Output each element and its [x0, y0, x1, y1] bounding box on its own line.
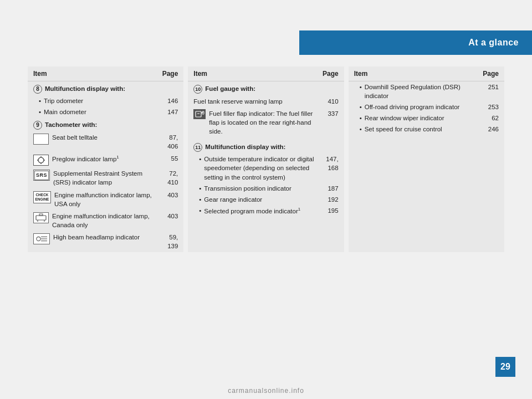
list-item: • Trip odometer 146	[28, 95, 183, 106]
page-title: At a glance	[468, 38, 519, 48]
item-text: Engine malfunction indicator lamp, Canad…	[52, 212, 155, 229]
bullet-icon: •	[199, 195, 201, 204]
page-num: 146	[158, 96, 178, 105]
table-row: Fuel tank reserve warning lamp 410	[188, 95, 344, 108]
item-text: Seat belt telltale	[52, 133, 155, 142]
highbeam-icon	[33, 233, 50, 244]
bullet-icon: •	[360, 114, 362, 122]
bullet-icon: •	[360, 103, 362, 111]
item-text: Rear window wiper indicator	[365, 114, 479, 122]
item-text: Off-road driving program indicator	[365, 103, 479, 111]
bullet-icon: •	[39, 96, 41, 105]
svg-rect-16	[196, 111, 201, 117]
item-number-9: 9	[33, 121, 42, 130]
content-area: Item Page 8 Multifunction display with: …	[28, 66, 504, 252]
item-text: Engine malfunction indicator lamp, USA o…	[54, 191, 155, 208]
list-item: Seat belt telltale 87,406	[28, 131, 183, 152]
list-item: SRS Supplemental Restraint System (SRS) …	[28, 167, 183, 188]
bullet-icon: •	[360, 83, 362, 91]
item-text: Gear range indicator	[204, 195, 318, 204]
list-item: • Off-road driving program indicator 253	[349, 101, 504, 112]
panel-3: Item Page • Downhill Speed Regulation (D…	[349, 66, 504, 252]
page-num: 192	[319, 195, 339, 204]
item-label: Multifunction display with:	[205, 142, 285, 151]
panel2-page-col: Page	[323, 70, 339, 78]
page-num: 251	[479, 83, 499, 91]
preglow-icon	[33, 155, 49, 166]
engine-canada-icon	[33, 212, 49, 223]
page-number: 29	[500, 362, 510, 372]
item-text: Downhill Speed Regulation (DSR) indicato…	[365, 83, 479, 100]
list-item: Fuel filler flap indicator: The fuel fil…	[188, 108, 344, 137]
list-item: CHECKENGINE Engine malfunction indicator…	[28, 189, 183, 210]
item-text: Fuel tank reserve warning lamp	[193, 97, 282, 106]
item-label: Fuel gauge with:	[205, 84, 255, 93]
bullet-icon: •	[199, 184, 201, 193]
list-item: • Main odometer 147	[28, 106, 183, 117]
item-text: Trip odometer	[44, 96, 158, 105]
item-text: Outside temperature indicator or digital…	[204, 155, 318, 181]
list-item: Engine malfunction indicator lamp, Canad…	[28, 210, 183, 231]
panel2-header: Item Page	[188, 66, 344, 81]
page-num: 147, 168	[319, 155, 339, 172]
page-number-badge: 29	[495, 357, 515, 377]
item-text: High beam headlamp indicator	[53, 233, 155, 242]
table-row: 10 Fuel gauge with:	[188, 81, 344, 95]
item-text: Transmission position indicator	[204, 184, 318, 193]
list-item: • Transmission position indicator 187	[188, 183, 344, 194]
svg-point-3	[38, 157, 44, 163]
header-bar: At a glance	[299, 30, 532, 55]
svg-point-12	[37, 237, 40, 241]
list-item: • Gear range indicator 192	[188, 194, 344, 205]
fuel-filler-icon	[193, 109, 206, 119]
page-num: 187	[319, 184, 339, 193]
svg-rect-0	[40, 135, 42, 138]
item-text: Preglow indicator lamp1	[52, 154, 155, 163]
list-item: • Outside temperature indicator or digit…	[188, 154, 344, 182]
page-num: 403	[158, 191, 178, 200]
bullet-icon: •	[360, 125, 362, 134]
panel-2: Item Page 10 Fuel gauge with: Fuel tank …	[188, 66, 344, 252]
svg-rect-9	[39, 214, 43, 216]
table-row: 8 Multifunction display with:	[28, 81, 183, 95]
item-text: Selected program mode indicator1	[204, 206, 318, 216]
check-engine-icon: CHECKENGINE	[33, 191, 51, 203]
item-label: Tachometer with:	[45, 120, 97, 129]
item-number-10: 10	[193, 85, 202, 94]
panel3-header: Item Page	[349, 66, 504, 81]
panel1-item-col: Item	[33, 70, 47, 78]
bullet-icon: •	[199, 206, 201, 215]
table-row: 9 Tachometer with:	[28, 117, 183, 131]
bullet-icon: •	[199, 155, 201, 163]
page-num: 403	[158, 212, 178, 221]
list-item: • Downhill Speed Regulation (DSR) indica…	[349, 81, 504, 101]
page-num: 337	[319, 109, 339, 118]
svg-rect-8	[36, 216, 46, 220]
panel1-page-col: Page	[162, 70, 178, 78]
bullet-icon: •	[39, 108, 41, 116]
page-num: 246	[479, 125, 499, 134]
panel2-item-col: Item	[193, 70, 207, 78]
page-num: 253	[479, 103, 499, 111]
list-item: Preglow indicator lamp1 55	[28, 152, 183, 167]
list-item: High beam headlamp indicator 59,139	[28, 231, 183, 252]
svg-line-1	[39, 138, 41, 142]
page-num: 72,410	[158, 169, 178, 187]
watermark: carmanualsonline.info	[228, 387, 304, 395]
panel3-item-col: Item	[354, 70, 368, 78]
item-text: Fuel filler flap indicator: The fuel fil…	[209, 109, 315, 136]
list-item: • Selected program mode indicator1 195	[188, 205, 344, 217]
panel3-page-col: Page	[483, 70, 499, 78]
page-col: 410	[319, 97, 339, 106]
seatbelt-icon	[33, 134, 49, 145]
page-num: 147	[158, 108, 178, 116]
item-number-8: 8	[33, 85, 42, 94]
item-label: Multifunction display with:	[45, 84, 125, 93]
panel-1: Item Page 8 Multifunction display with: …	[28, 66, 183, 252]
panel1-header: Item Page	[28, 66, 183, 81]
srs-icon: SRS	[33, 170, 50, 181]
list-item: • Rear window wiper indicator 62	[349, 112, 504, 124]
srs-label: SRS	[34, 171, 49, 180]
page-num: 87,406	[158, 133, 178, 151]
table-row: 11 Multifunction display with:	[188, 140, 344, 154]
